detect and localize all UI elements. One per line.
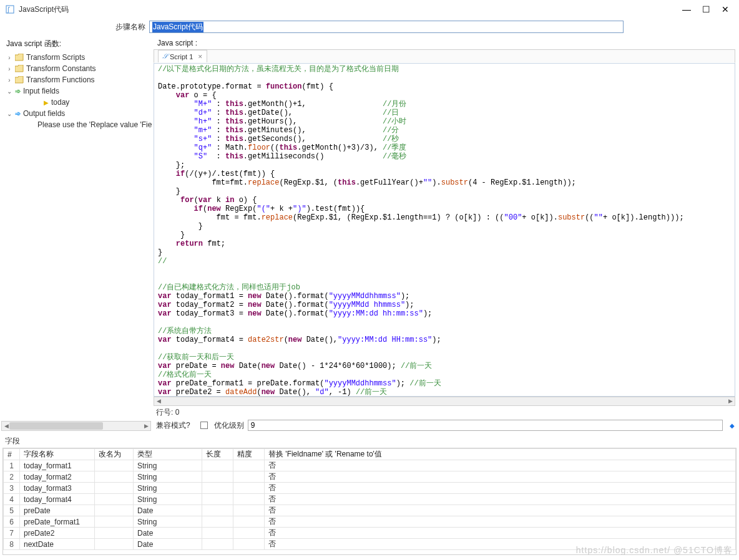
cell[interactable]: today_format4 xyxy=(20,494,95,505)
cell[interactable] xyxy=(233,516,265,528)
cell[interactable]: 1 xyxy=(4,460,20,471)
column-header[interactable]: 长度 xyxy=(202,449,233,460)
cell[interactable]: 6 xyxy=(4,516,20,528)
cell[interactable]: Date xyxy=(134,505,202,516)
expand-arrow-icon[interactable]: › xyxy=(6,54,12,61)
scroll-left-icon[interactable]: ◀ xyxy=(154,397,163,405)
cell[interactable] xyxy=(233,505,265,516)
cell[interactable]: 否 xyxy=(265,471,736,483)
cell[interactable]: 否 xyxy=(265,483,736,494)
column-header[interactable]: 改名为 xyxy=(95,449,134,460)
cell[interactable]: nextDate xyxy=(20,539,95,550)
cell[interactable]: String xyxy=(134,471,202,483)
cell[interactable]: preDate xyxy=(20,505,95,516)
opt-level-checkbox[interactable] xyxy=(200,422,208,429)
table-row[interactable]: 4today_format4String否 xyxy=(4,494,736,505)
cell[interactable]: 否 xyxy=(265,528,736,539)
table-row[interactable]: 2today_format2String否 xyxy=(4,471,736,483)
cell[interactable] xyxy=(95,494,134,505)
tree-item[interactable]: Please use the 'Replace value 'Fieldname… xyxy=(0,119,152,130)
close-icon[interactable]: ✕ xyxy=(198,54,203,60)
cell[interactable]: String xyxy=(134,460,202,471)
column-header[interactable]: # xyxy=(4,449,20,460)
fields-table[interactable]: #字段名称改名为类型长度精度替换 'Fieldname' 或 'Rename t… xyxy=(3,448,736,550)
code-content[interactable]: //以下是格式化日期的方法，虽未流程无关，目的是为了格式化当前日期 Date.p… xyxy=(158,65,731,397)
cell[interactable]: 7 xyxy=(4,528,20,539)
cell[interactable] xyxy=(202,483,233,494)
cell[interactable]: 2 xyxy=(4,471,20,483)
cell[interactable] xyxy=(233,539,265,550)
cell[interactable] xyxy=(202,494,233,505)
cell[interactable]: 否 xyxy=(265,516,736,528)
column-header[interactable]: 类型 xyxy=(134,449,202,460)
cell[interactable] xyxy=(233,528,265,539)
tree-item[interactable]: ›Transform Constants xyxy=(0,63,152,74)
expand-arrow-icon[interactable]: › xyxy=(6,65,12,72)
cell[interactable] xyxy=(95,483,134,494)
cell[interactable] xyxy=(202,505,233,516)
function-tree[interactable]: ›Transform Scripts›Transform Constants›T… xyxy=(0,49,152,421)
expand-arrow-icon[interactable]: › xyxy=(6,77,12,84)
cell[interactable]: 否 xyxy=(265,460,736,471)
close-button[interactable]: ✕ xyxy=(722,4,729,14)
cell[interactable] xyxy=(233,460,265,471)
cell[interactable] xyxy=(202,471,233,483)
cell[interactable] xyxy=(233,471,265,483)
tree-item[interactable]: ▶today xyxy=(0,97,152,108)
table-row[interactable]: 5preDateDate否 xyxy=(4,505,736,516)
scroll-right-icon[interactable]: ▶ xyxy=(142,422,150,430)
left-horizontal-scrollbar[interactable]: ◀ ▶ xyxy=(1,421,151,431)
tree-item[interactable]: ›Transform Scripts xyxy=(0,52,152,63)
cell[interactable]: preDate_format1 xyxy=(20,516,95,528)
cell[interactable] xyxy=(95,528,134,539)
column-header[interactable]: 替换 'Fieldname' 或 'Rename to'值 xyxy=(265,449,736,460)
cell[interactable]: String xyxy=(134,516,202,528)
cell[interactable]: 否 xyxy=(265,539,736,550)
column-header[interactable]: 精度 xyxy=(233,449,265,460)
cell[interactable]: 4 xyxy=(4,494,20,505)
cell[interactable]: Date xyxy=(134,539,202,550)
cell[interactable]: 8 xyxy=(4,539,20,550)
cell[interactable] xyxy=(202,460,233,471)
table-row[interactable]: 8nextDateDate否 xyxy=(4,539,736,550)
spinner-icon[interactable]: ◆ xyxy=(728,422,737,429)
cell[interactable]: today_format3 xyxy=(20,483,95,494)
cell[interactable] xyxy=(95,460,134,471)
expand-arrow-icon[interactable]: ⌄ xyxy=(6,88,12,95)
column-header[interactable]: 字段名称 xyxy=(20,449,95,460)
cell[interactable] xyxy=(95,539,134,550)
tree-item[interactable]: ›Transform Functions xyxy=(0,74,152,85)
cell[interactable] xyxy=(95,471,134,483)
cell[interactable]: 否 xyxy=(265,505,736,516)
scroll-thumb[interactable] xyxy=(9,422,103,430)
step-name-input[interactable]: JavaScript代码 xyxy=(149,21,624,33)
cell[interactable]: Date xyxy=(134,528,202,539)
cell[interactable] xyxy=(233,494,265,505)
cell[interactable] xyxy=(233,483,265,494)
cell[interactable]: String xyxy=(134,483,202,494)
cell[interactable]: preDate2 xyxy=(20,528,95,539)
tree-item[interactable]: ⌄➾Input fields xyxy=(0,85,152,97)
editor-horizontal-scrollbar[interactable]: ◀ ▶ xyxy=(154,397,735,406)
table-row[interactable]: 3today_format3String否 xyxy=(4,483,736,494)
cell[interactable]: 否 xyxy=(265,494,736,505)
code-editor[interactable]: //以下是格式化日期的方法，虽未流程无关，目的是为了格式化当前日期 Date.p… xyxy=(154,63,735,397)
cell[interactable] xyxy=(95,505,134,516)
cell[interactable]: String xyxy=(134,494,202,505)
maximize-button[interactable]: ☐ xyxy=(702,4,710,14)
cell[interactable] xyxy=(202,516,233,528)
expand-arrow-icon[interactable]: ⌄ xyxy=(6,110,12,117)
cell[interactable]: 5 xyxy=(4,505,20,516)
tree-item[interactable]: ⌄➾Output fields xyxy=(0,108,152,119)
cell[interactable]: 3 xyxy=(4,483,20,494)
table-row[interactable]: 1today_format1String否 xyxy=(4,460,736,471)
cell[interactable] xyxy=(202,528,233,539)
cell[interactable]: today_format1 xyxy=(20,460,95,471)
minimize-button[interactable]: — xyxy=(682,4,691,14)
tab-script-1[interactable]: 𝒮 Script 1 ✕ xyxy=(158,50,207,62)
cell[interactable] xyxy=(202,539,233,550)
table-row[interactable]: 7preDate2Date否 xyxy=(4,528,736,539)
scroll-right-icon[interactable]: ▶ xyxy=(726,397,735,405)
table-row[interactable]: 6preDate_format1String否 xyxy=(4,516,736,528)
cell[interactable] xyxy=(95,516,134,528)
